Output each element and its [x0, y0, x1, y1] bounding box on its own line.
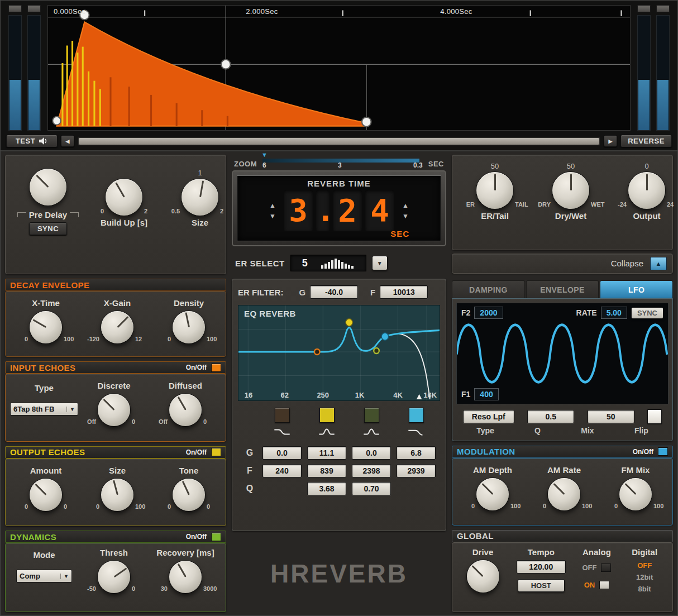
band4-freq-field[interactable]: 2939 — [397, 464, 436, 477]
x-gain-knob[interactable] — [101, 311, 133, 343]
decay-envelope-shape[interactable] — [57, 22, 367, 126]
lfo-filter-type-select[interactable]: Reso Lpf — [463, 410, 514, 423]
modulation-led[interactable] — [658, 447, 668, 456]
er-select-dropdown-button[interactable]: ▼ — [372, 256, 388, 270]
output-echoes-title: OUTPUT ECHOES — [10, 447, 85, 457]
tempo-value-field[interactable]: 120.00 — [517, 560, 566, 574]
flip-button[interactable] — [647, 409, 662, 424]
f1-value-field[interactable]: 400 — [474, 388, 498, 400]
down-arrow-icon[interactable]: ▼ — [269, 213, 276, 219]
up-arrow-icon[interactable]: ▲ — [269, 203, 276, 208]
digital-12bit-label[interactable]: 12bit — [636, 573, 653, 581]
envelope-graph[interactable]: 0.000Sec 2.000Sec 4.000Sec — [47, 5, 631, 131]
dry-wet-knob[interactable] — [552, 172, 589, 209]
rate-value-field[interactable]: 5.00 — [601, 307, 627, 319]
lfo-mix-field[interactable]: 50 — [588, 410, 634, 423]
clip-indicator[interactable] — [8, 5, 22, 12]
output-knob-block: 0 -2424 Output — [609, 162, 678, 221]
host-button[interactable]: HOST — [518, 579, 565, 592]
low-shelf-icon[interactable] — [274, 427, 290, 436]
input-echoes-led[interactable] — [211, 364, 221, 372]
er-tail-knob[interactable] — [476, 172, 513, 209]
clip-indicator[interactable] — [27, 5, 41, 12]
lfo-wave-display[interactable]: F2 2000 RATE 5.00 SYNC F1 400 — [456, 303, 669, 404]
tab-damping[interactable]: DAMPING — [452, 280, 525, 299]
dynamics-mode-select[interactable]: Comp ▼ — [16, 570, 72, 582]
band1-freq-field[interactable]: 240 — [262, 464, 302, 477]
eq-reverb-graph[interactable]: EQ REVERB 16 62 250 1K 4K 16K — [238, 305, 440, 401]
lfo-q-field[interactable]: 0.5 — [527, 410, 574, 423]
envelope-handle-end[interactable] — [362, 117, 371, 127]
clip-indicator[interactable] — [637, 5, 651, 12]
tab-lfo[interactable]: LFO — [600, 280, 673, 299]
tone-knob[interactable] — [173, 479, 205, 511]
band2-freq-field[interactable]: 839 — [307, 464, 346, 477]
zoom-marker-icon[interactable]: ▼ — [261, 151, 268, 158]
dynamics-led[interactable] — [211, 533, 221, 541]
collapse-button[interactable]: ▲ — [650, 257, 667, 270]
eq-band4-swatch[interactable] — [409, 408, 424, 423]
high-cut-icon[interactable] — [408, 427, 424, 436]
analog-on-toggle[interactable] — [599, 581, 609, 589]
eq-band4-handle[interactable] — [381, 333, 388, 340]
am-depth-knob[interactable] — [476, 478, 509, 510]
diffused-knob[interactable] — [169, 394, 202, 426]
amount-knob[interactable] — [30, 479, 62, 511]
recovery-knob[interactable] — [169, 561, 202, 593]
diffused-knob-block: Diffused Off0 — [150, 380, 221, 426]
band2-q-field[interactable]: 3.68 — [307, 482, 346, 495]
envelope-handle-start[interactable] — [52, 117, 61, 125]
tab-envelope[interactable]: ENVELOPE — [526, 280, 599, 299]
scroll-right-button[interactable]: ▶ — [604, 135, 617, 147]
echo-type-select[interactable]: 6Tap 8th FB ▼ — [10, 403, 78, 416]
down-arrow-icon[interactable]: ▼ — [402, 213, 409, 219]
er-select-value[interactable]: 5 — [298, 257, 312, 269]
drive-knob[interactable] — [467, 560, 499, 593]
f2-value-field[interactable]: 2000 — [474, 307, 503, 319]
size-knob[interactable] — [182, 179, 218, 216]
eq-band1-handle[interactable] — [314, 349, 320, 355]
test-button[interactable]: TEST — [6, 135, 58, 147]
eq-band3-swatch[interactable] — [364, 408, 379, 423]
modulation-title: MODULATION — [457, 447, 515, 456]
band3-gain-field[interactable]: 0.0 — [352, 446, 391, 460]
analog-off-toggle[interactable] — [601, 564, 611, 572]
eq-band1-swatch[interactable] — [275, 408, 290, 423]
thresh-knob[interactable] — [98, 561, 130, 593]
output-echoes-led[interactable] — [211, 448, 221, 456]
reverse-button[interactable]: REVERSE — [620, 135, 672, 147]
clip-indicator[interactable] — [656, 5, 670, 12]
digital-8bit-label[interactable]: 8bit — [638, 585, 651, 593]
bell-filter-icon[interactable] — [363, 427, 380, 436]
density-knob[interactable] — [173, 311, 205, 343]
scroll-left-button[interactable]: ◀ — [61, 135, 74, 147]
eq-band3-handle[interactable] — [374, 348, 379, 354]
out-size-knob[interactable] — [101, 479, 133, 511]
fm-mix-knob[interactable] — [619, 478, 652, 510]
band4-gain-field[interactable]: 6.8 — [397, 446, 436, 460]
up-arrow-icon[interactable]: ▲ — [402, 203, 409, 208]
pre-delay-knob[interactable] — [30, 169, 66, 206]
band3-freq-field[interactable]: 2398 — [352, 464, 391, 477]
sync-button[interactable]: SYNC — [29, 222, 67, 235]
envelope-handle-mid[interactable] — [221, 60, 231, 69]
band3-q-field[interactable]: 0.70 — [352, 482, 391, 495]
scrollbar-thumb[interactable] — [79, 138, 599, 145]
er-filter-gain-field[interactable]: -40.0 — [310, 285, 358, 299]
input-echoes-panel: Type 6Tap 8th FB ▼ Discrete Off0 Diffuse… — [5, 374, 226, 442]
digital-off-label[interactable]: OFF — [637, 561, 652, 570]
band2-gain-field[interactable]: 11.1 — [307, 446, 346, 460]
band1-gain-field[interactable]: 0.0 — [262, 446, 302, 460]
output-knob[interactable] — [628, 172, 665, 209]
eq-band2-swatch[interactable] — [319, 408, 335, 423]
bell-filter-icon[interactable] — [318, 427, 335, 436]
lfo-sync-button[interactable]: SYNC — [631, 307, 663, 319]
build-up-knob[interactable] — [106, 179, 142, 216]
zoom-slider[interactable]: ▼ 6 3 0.3 — [262, 154, 423, 168]
lowpass-marker-icon[interactable] — [417, 394, 422, 399]
eq-band2-handle[interactable] — [346, 319, 352, 326]
am-rate-knob[interactable] — [548, 478, 580, 510]
x-time-knob[interactable] — [30, 311, 62, 343]
er-filter-freq-field[interactable]: 10013 — [380, 285, 428, 299]
discrete-knob[interactable] — [98, 394, 130, 426]
